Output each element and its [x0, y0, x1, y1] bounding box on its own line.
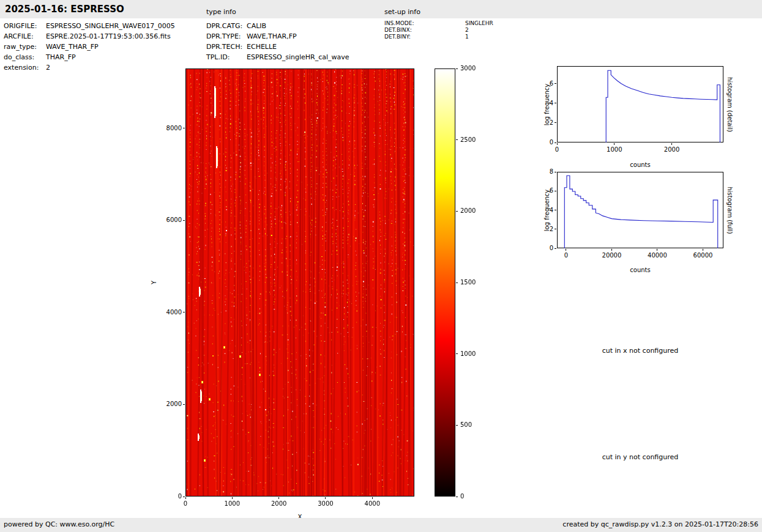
colorbar-tick-mark [456, 353, 458, 354]
y-tick-label: 0 [528, 245, 553, 251]
y-tick-mark [555, 142, 556, 143]
y-tick-mark [555, 122, 556, 123]
meta-value: ECHELLE [247, 42, 277, 52]
y-tick-label: 6 [528, 80, 553, 87]
colorbar-tick-label: 500 [460, 421, 472, 428]
x-tick-label: 60000 [687, 252, 718, 259]
x-tick-mark [325, 497, 326, 499]
meta-label: do_class: [4, 52, 46, 62]
meta-value: CALIB [247, 21, 266, 31]
meta-value: 2 [46, 62, 50, 73]
type-info-heading: type info [206, 8, 236, 16]
y-tick-mark [183, 497, 185, 497]
meta-label: raw_type: [4, 42, 46, 52]
colorbar-tick-label: 2000 [460, 207, 476, 214]
colorbar-tick-mark [456, 211, 458, 212]
histogram_detail-line [557, 66, 723, 142]
y-tick-label: 4000 [156, 309, 182, 316]
meta-row: do_class: THAR_FP [4, 52, 175, 62]
colorbar-tick-mark [456, 497, 458, 497]
cut-x-note: cut in x not configured [602, 347, 679, 355]
x-tick-mark [278, 497, 279, 499]
x-tick-label: 2000 [264, 500, 294, 507]
x-tick-mark [671, 143, 672, 145]
meta-value: THAR_FP [46, 52, 76, 62]
meta-row: DPR.TYPE: WAVE,THAR,FP [206, 31, 349, 42]
x-tick-label: 0 [542, 146, 572, 153]
meta-row: INS.MODE: SINGLEHR [384, 20, 493, 27]
meta-row: ORIGFILE: ESPRESSO_SINGLEHR_WAVE017_0005 [4, 21, 175, 31]
meta-value: WAVE_THAR_FP [46, 42, 99, 52]
y-tick-mark [183, 312, 185, 312]
meta-label: ORIGFILE: [4, 21, 46, 31]
meta-row: raw_type: WAVE_THAR_FP [4, 42, 175, 52]
colorbar [435, 68, 455, 497]
meta-label: DPR.TYPE: [206, 31, 247, 42]
footer-credit: powered by QC: www.eso.org/HC [4, 520, 114, 528]
meta-label: ARCFILE: [4, 31, 46, 42]
hist-detail-xlabel: counts [630, 161, 650, 168]
x-tick-label: 40000 [642, 252, 673, 259]
x-tick-label: 2000 [657, 146, 687, 153]
y-tick-label: 2 [528, 226, 553, 232]
y-tick-label: 6000 [156, 216, 182, 223]
x-tick-label: 0 [551, 252, 581, 259]
hist-full-right-label: histogram (full) [727, 187, 733, 234]
y-tick-label: 6 [528, 187, 553, 194]
y-tick-label: 8 [528, 168, 553, 175]
y-tick-mark [555, 210, 556, 210]
y-tick-label: 2000 [156, 401, 182, 407]
setup-info-block: INS.MODE: SINGLEHR DET.BINX: 2 DET.BINY:… [384, 20, 493, 40]
meta-value: 1 [465, 34, 469, 40]
meta-label: DET.BINY: [384, 34, 465, 40]
meta-row: ARCFILE: ESPRE.2025-01-17T19:53:00.356.f… [4, 31, 175, 42]
x-tick-mark [566, 249, 566, 251]
y-tick-mark [555, 191, 556, 191]
meta-label: TPL.ID: [206, 52, 247, 62]
colorbar-tick-label: 1500 [460, 279, 476, 286]
x-tick-mark [372, 497, 373, 499]
colorbar-tick-label: 1000 [460, 350, 476, 357]
x-tick-mark [614, 143, 614, 145]
colorbar-tick-label: 0 [460, 493, 464, 500]
x-tick-label: 20000 [596, 252, 627, 259]
type-info-block: DPR.CATG: CALIB DPR.TYPE: WAVE,THAR,FP D… [206, 21, 349, 62]
y-tick-label: 0 [528, 139, 553, 146]
hist-detail-right-label: histogram (detail) [727, 77, 733, 132]
meta-label: DPR.CATG: [206, 21, 247, 31]
raw-detector-image [186, 69, 414, 496]
colorbar-tick-label: 3000 [460, 65, 476, 72]
x-tick-label: 3000 [310, 500, 341, 507]
y-tick-label: 8000 [156, 125, 182, 131]
x-tick-mark [703, 249, 703, 251]
meta-value: ESPRESSO_SINGLEHR_WAVE017_0005 [46, 21, 175, 31]
histogram_full-line [557, 172, 723, 248]
y-tick-label: 0 [156, 493, 182, 500]
colorbar-tick-label: 2500 [460, 136, 476, 143]
footer-created-by: created by qc_rawdisp.py v1.2.3 on 2025-… [562, 520, 758, 528]
setup-info-heading: set-up info [384, 8, 420, 16]
y-tick-label: 2 [528, 119, 553, 126]
meta-value: WAVE,THAR,FP [247, 31, 297, 42]
meta-row: DET.BINX: 2 [384, 27, 493, 34]
page-title: 2025-01-16: ESPRESSO [5, 4, 124, 15]
x-tick-mark [657, 249, 657, 251]
y-tick-mark [555, 103, 556, 103]
x-tick-mark [232, 497, 233, 499]
y-tick-mark [555, 229, 556, 229]
meta-row: DPR.CATG: CALIB [206, 21, 349, 31]
meta-row: extension: 2 [4, 62, 175, 73]
colorbar-tick-mark [456, 283, 458, 283]
y-tick-mark [183, 128, 185, 128]
y-tick-label: 4 [528, 100, 553, 106]
colorbar-tick-mark [456, 68, 458, 69]
meta-row: DET.BINY: 1 [384, 34, 493, 40]
meta-value: 2 [465, 27, 469, 34]
meta-label: extension: [4, 62, 46, 73]
x-tick-mark [185, 497, 186, 499]
raw-image-frame [185, 68, 414, 497]
x-tick-mark [557, 143, 558, 145]
x-tick-label: 1000 [599, 146, 630, 153]
x-tick-label: 0 [170, 500, 201, 507]
y-tick-mark [555, 83, 556, 84]
